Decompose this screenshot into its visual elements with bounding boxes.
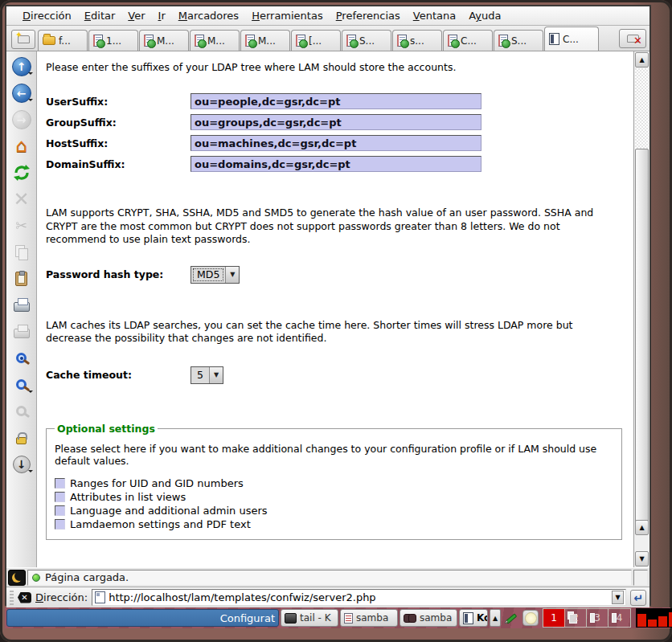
menu-direccion[interactable]: Dirección: [16, 8, 78, 23]
scrollbar-thumb[interactable]: [635, 149, 649, 533]
menu-ventana[interactable]: Ventana: [407, 8, 462, 23]
main-area: ↑ ← → ⌂ ✕ ✂: [6, 51, 649, 567]
side-toolbar: ↑ ← → ⌂ ✕ ✂: [6, 51, 37, 567]
tab-9[interactable]: C...: [443, 30, 493, 51]
optional-settings-group: Optional settings Please select here if …: [46, 423, 622, 540]
script-globe-icon: [448, 35, 457, 47]
optional-intro: Please select here if you want to make a…: [55, 443, 613, 467]
system-load-monitor: [636, 608, 672, 628]
script-globe-icon: [245, 35, 255, 47]
desktop-screen: Dirección Editar Ver Ir Marcadores Herra…: [0, 0, 672, 642]
script-globe-icon: [144, 35, 154, 47]
clear-location-icon[interactable]: ✕: [18, 592, 31, 603]
attributes-checkbox-label: Attributes in list views: [70, 491, 186, 503]
ranges-checkbox[interactable]: [55, 478, 65, 489]
location-bar: ✕ Dirección: http://localhost/lam/templa…: [6, 587, 649, 607]
home-icon[interactable]: ⌂: [8, 133, 35, 159]
checkbox-row-ranges: Ranges for UID and GID numbers: [55, 476, 615, 490]
pager-desktop-2[interactable]: 2: [565, 609, 587, 627]
lamdaemon-checkbox-label: Lamdaemon settings and PDF text: [70, 518, 251, 530]
pager-desktop-1[interactable]: 1: [543, 609, 565, 627]
stop-icon[interactable]: ✕: [8, 186, 35, 212]
tab-7[interactable]: S...: [342, 30, 391, 51]
tab-folder[interactable]: f...: [38, 30, 88, 51]
task-tail[interactable]: tail - K: [281, 609, 338, 627]
tab-bar: ✦ f... 1... M... M... M... [... S... s..…: [6, 26, 649, 51]
domain-suffix-input[interactable]: [191, 156, 481, 172]
page-doc-icon: [95, 591, 105, 603]
menu-marcadores[interactable]: Marcadores: [172, 8, 245, 23]
go-button[interactable]: ↵: [630, 590, 646, 606]
forward-icon[interactable]: →: [8, 106, 35, 133]
host-suffix-input[interactable]: [191, 135, 481, 151]
group-suffix-label: GroupSuffix:: [46, 117, 191, 129]
task-configuration-active[interactable]: Configurat: [6, 609, 279, 627]
pager-desktop-3[interactable]: 3: [587, 609, 608, 627]
user-suffix-label: UserSuffix:: [46, 96, 191, 108]
menu-ir[interactable]: Ir: [152, 8, 172, 23]
lamdaemon-checkbox[interactable]: [55, 519, 65, 530]
security-icon[interactable]: [8, 424, 35, 451]
scroll-down-button[interactable]: ▼: [635, 551, 649, 566]
url-history-dropdown[interactable]: ▼: [612, 591, 624, 604]
document-icon: [463, 612, 473, 624]
tab-active-configuration[interactable]: C...: [544, 27, 599, 51]
print-icon[interactable]: [8, 292, 35, 318]
bulb-tray-icon[interactable]: [522, 609, 539, 627]
copy-icon[interactable]: [8, 239, 35, 265]
scroll-up-button-bottom[interactable]: ▲: [635, 520, 649, 535]
tab-3[interactable]: M...: [139, 30, 189, 51]
attributes-checkbox[interactable]: [55, 492, 65, 502]
task-samba-pdf[interactable]: samba: [340, 609, 398, 627]
menu-herramientas[interactable]: Herramientas: [245, 8, 330, 23]
domain-suffix-row: DomainSuffix:: [46, 153, 633, 174]
up-icon[interactable]: ↑: [8, 53, 35, 80]
print-frame-icon[interactable]: [8, 318, 35, 345]
page-content: Please enter the suffixes of your LDAP t…: [37, 51, 633, 567]
paste-icon[interactable]: [8, 265, 35, 292]
document-icon: [549, 33, 559, 45]
user-suffix-input[interactable]: [191, 93, 481, 109]
script-globe-icon: [498, 35, 508, 47]
back-icon[interactable]: ←: [8, 80, 35, 106]
menu-editar[interactable]: Editar: [78, 8, 122, 23]
cache-row: Cache timeout: 5 ▼: [46, 365, 633, 386]
cache-paragraph: LAM caches its LDAP searches, you can se…: [46, 319, 619, 346]
tab-5[interactable]: M...: [240, 30, 290, 51]
taskbar-scroll-up-button[interactable]: ▲: [490, 609, 501, 627]
tab-8[interactable]: s...: [392, 30, 442, 51]
tab-6[interactable]: [...: [291, 30, 341, 51]
download-icon[interactable]: ↓: [8, 451, 35, 477]
toolbar-drag-handle[interactable]: [10, 591, 14, 605]
desktop-pager: 1 2 3 4: [543, 608, 631, 628]
scroll-up-button[interactable]: ▲: [635, 52, 649, 67]
cache-label: Cache timeout:: [46, 369, 191, 381]
enlarge-font-icon[interactable]: [8, 371, 35, 398]
task-samba-find[interactable]: samba: [400, 609, 457, 627]
url-input[interactable]: http://localhost/lam/templates/confwiz/s…: [92, 589, 626, 606]
group-suffix-input[interactable]: [191, 114, 481, 130]
find-icon[interactable]: [8, 345, 35, 371]
reload-icon[interactable]: [8, 159, 35, 186]
language-checkbox[interactable]: [55, 505, 65, 516]
checkbox-row-language: Language and additional admin users: [55, 504, 615, 517]
menu-preferencias[interactable]: Preferencias: [330, 8, 407, 23]
close-tab-button[interactable]: ✕: [619, 29, 646, 48]
tab-2[interactable]: 1...: [88, 30, 138, 51]
host-suffix-label: HostSuffix:: [46, 137, 191, 149]
checkbox-row-lamdaemon: Lamdaemon settings and PDF text: [55, 517, 615, 531]
cache-select[interactable]: 5 ▼: [191, 366, 223, 384]
tab-10[interactable]: S...: [494, 30, 543, 51]
task-konqueror[interactable]: Kon: [459, 609, 488, 627]
tab-4[interactable]: M...: [190, 30, 240, 51]
vertical-scrollbar[interactable]: ▲ ▲ ▼: [633, 51, 649, 567]
menu-ayuda[interactable]: Ayuda: [462, 8, 507, 23]
new-tab-button[interactable]: ✦: [11, 30, 35, 49]
script-globe-icon: [296, 35, 305, 47]
pager-desktop-4[interactable]: 4: [608, 609, 630, 627]
menu-ver[interactable]: Ver: [121, 8, 151, 23]
shrink-font-icon[interactable]: [8, 398, 35, 424]
pen-tray-icon[interactable]: [502, 609, 520, 627]
hash-select[interactable]: MD5 ▼: [191, 266, 240, 284]
cut-icon[interactable]: ✂: [8, 212, 35, 239]
